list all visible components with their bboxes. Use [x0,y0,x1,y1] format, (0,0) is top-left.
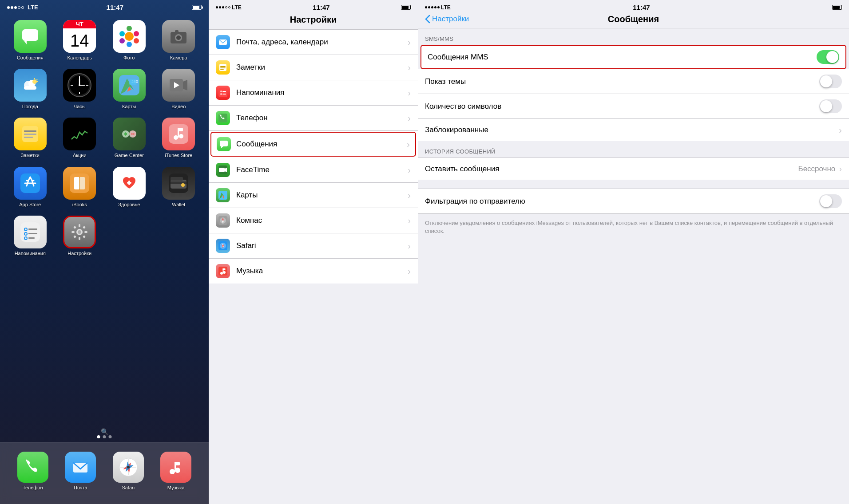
dock-music[interactable]: Музыка [160,452,191,491]
settings-row-messages[interactable]: Сообщения [210,132,416,157]
ms-spacer1 [418,180,849,189]
svg-point-49 [174,135,178,140]
status-right [192,5,202,10]
ms-keep-row[interactable]: Оставить сообщения Бессрочно [418,158,849,180]
app-ibooks[interactable]: iBooks [57,167,103,208]
app-camera[interactable]: Камера [156,20,202,61]
dock-phone-icon [17,452,48,483]
settings-music-chevron [408,266,411,276]
svg-point-47 [133,133,135,135]
app-messages[interactable]: Сообщения [7,20,53,61]
page-indicator [97,435,112,438]
ms-mms-row[interactable]: Сообщения MMS [421,45,846,69]
svg-rect-56 [79,177,85,189]
app-weather[interactable]: Погода [7,69,53,110]
svg-rect-106 [220,141,228,146]
svg-rect-99 [220,69,224,70]
ms-filter-toggle[interactable] [819,194,842,208]
dock-safari[interactable]: Safari [113,452,144,491]
settings-safari-label: Safari [236,241,408,250]
svg-point-101 [220,91,222,92]
app-clock-label: Часы [74,104,86,110]
app-camera-label: Камера [170,55,187,61]
settings-row-notes[interactable]: Заметки [209,55,418,80]
app-health-label: Здоровье [118,202,140,208]
svg-rect-72 [28,237,35,239]
settings-row-safari[interactable]: Safari [209,233,418,259]
app-appstore[interactable]: App Store [7,167,53,208]
svg-rect-32 [129,79,136,85]
app-settings[interactable]: Настройки [57,216,103,256]
dock-music-label: Музыка [167,485,185,491]
app-video-label: Видео [171,104,186,110]
settings-messages-icon [217,137,231,151]
ms-dots [425,6,440,8]
settings-row-mail[interactable]: Почта, адреса, календари [209,30,418,55]
ms-filter-row[interactable]: Фильтрация по отправителю [418,189,849,214]
dot3 [14,6,17,9]
app-appstore-icon [14,167,47,200]
settings-row-facetime[interactable]: FaceTime [209,158,418,183]
ms-battery-area [832,5,842,10]
settings-status-bar: LTE 11:47 [209,0,418,13]
app-wallet[interactable]: Wallet [156,167,202,208]
settings-row-music[interactable]: Музыка [209,259,418,284]
settings-row-compass[interactable]: Компас [209,208,418,233]
settings-reminders-label: Напоминания [236,88,408,97]
app-stocks-icon [63,118,96,150]
svg-point-2 [125,32,134,41]
settings-row-maps[interactable]: Карты [209,183,418,208]
settings-reminders-chevron [408,88,411,98]
app-notes[interactable]: Заметки [7,118,53,158]
svg-point-16 [32,79,37,84]
ms-subject-toggle[interactable] [819,75,842,88]
svg-rect-94 [175,462,180,465]
app-video[interactable]: Видео [156,69,202,110]
settings-row-phone[interactable]: Телефон [209,106,418,131]
svg-rect-38 [24,130,36,132]
settings-battery [401,5,411,10]
app-health[interactable]: Здоровье [106,167,152,208]
app-ibooks-icon [63,167,96,200]
msdot5 [437,6,440,8]
ms-blocked-row[interactable]: Заблокированные [418,119,849,141]
app-maps-icon: 280 [113,69,146,102]
svg-point-3 [127,26,132,31]
ms-history-header: ИСТОРИЯ СООБЩЕНИЙ [418,141,849,158]
app-video-icon [162,69,195,102]
dock-mail[interactable]: Почта [65,452,96,491]
battery-fill [193,6,199,9]
app-settings-label: Настройки [67,251,91,256]
app-maps[interactable]: 280 Карты [106,69,152,110]
settings-mail-label: Почта, адреса, календари [236,38,408,47]
app-calendar[interactable]: ЧТ 14 Календарь [57,20,103,61]
app-photos[interactable]: Фото [106,20,152,61]
ms-mms-toggle[interactable] [817,50,839,64]
svg-rect-0 [22,29,38,41]
settings-messages-chevron [407,139,410,150]
app-itunes[interactable]: iTunes Store [156,118,202,158]
ms-back-button[interactable]: Настройки [425,15,469,24]
svg-rect-76 [79,237,80,240]
app-clock[interactable]: Часы [57,69,103,110]
ms-charcount-toggle[interactable] [819,99,842,113]
ms-title: Сообщения [608,14,659,24]
app-photos-icon [113,20,146,53]
app-gamecenter[interactable]: Game Center [106,118,152,158]
sdot4 [225,6,227,8]
ms-charcount-row[interactable]: Количество символов [418,94,849,119]
app-stocks[interactable]: Акции [57,118,103,158]
ms-keep-label: Оставить сообщения [425,165,798,173]
dock-phone[interactable]: Телефон [17,452,48,491]
svg-rect-82 [83,235,86,238]
ms-subject-row[interactable]: Показ темы [418,69,849,94]
settings-row-reminders[interactable]: Напоминания [209,80,418,106]
app-reminders[interactable]: Напоминания [7,216,53,256]
svg-point-7 [119,38,125,43]
ms-status-bar: LTE 11:47 [418,0,849,13]
settings-facetime-chevron [408,165,411,175]
app-settings-icon [63,216,96,248]
settings-compass-chevron [408,216,411,226]
ms-nav-bar: Настройки Сообщения [418,13,849,28]
dot4 [18,6,20,9]
